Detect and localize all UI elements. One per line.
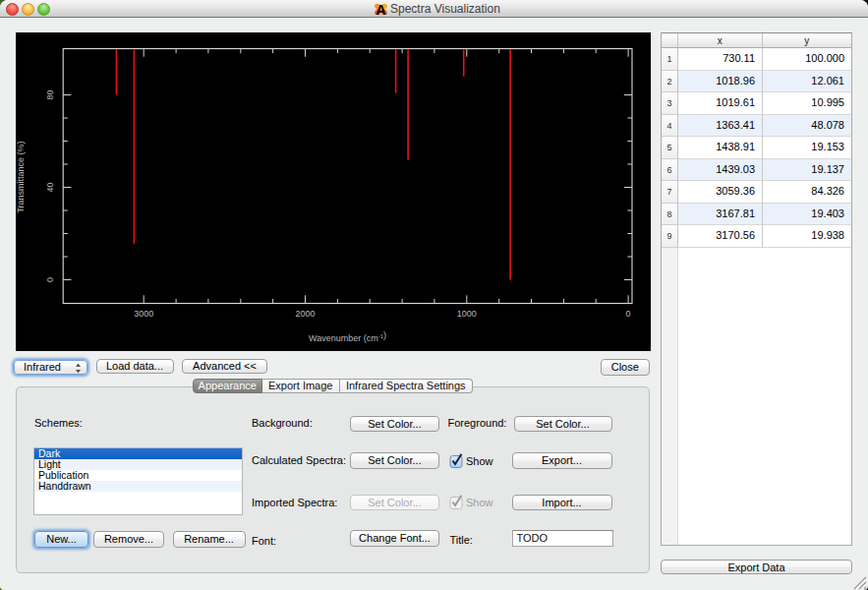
- svg-text:A: A: [376, 2, 386, 17]
- svg-text:0: 0: [45, 277, 55, 282]
- svg-text:1000: 1000: [457, 309, 477, 319]
- svg-text:0: 0: [626, 309, 631, 319]
- svg-text:2000: 2000: [295, 309, 315, 319]
- svg-text:Wavenumber (cm-1): Wavenumber (cm-1): [309, 330, 386, 343]
- svg-text:40: 40: [45, 182, 55, 192]
- svg-text:3000: 3000: [134, 309, 153, 319]
- svg-text:80: 80: [45, 89, 55, 99]
- svg-text:Transmittance (%): Transmittance (%): [16, 141, 26, 212]
